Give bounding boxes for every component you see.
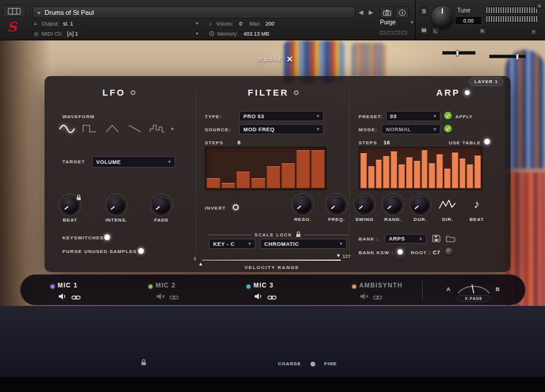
waveform-triangle-icon[interactable] — [104, 124, 120, 137]
tune-knob[interactable] — [432, 7, 453, 28]
resonance-knob[interactable] — [294, 196, 311, 213]
fade-knob[interactable] — [153, 197, 170, 213]
ambisynth-speaker-muted-icon[interactable] — [360, 292, 369, 302]
invert-toggle[interactable] — [233, 204, 239, 210]
step-bar[interactable] — [414, 161, 420, 188]
step-bar[interactable] — [467, 165, 473, 188]
step-bar[interactable] — [422, 150, 428, 188]
load-bank-folder-icon[interactable] — [446, 234, 455, 245]
mic1-speaker-icon[interactable] — [58, 292, 67, 302]
filter-source-dropdown[interactable]: MOD FREQ ▾ — [239, 124, 324, 134]
mic2-speaker-muted-icon[interactable] — [156, 292, 165, 302]
arp-preset-dropdown[interactable]: 03 ▾ — [386, 111, 441, 121]
mic2-label[interactable]: MIC 2 — [156, 282, 176, 289]
tools-icon[interactable] — [3, 5, 26, 17]
prev-instrument-button[interactable]: ◀ — [359, 9, 363, 15]
step-bar[interactable] — [406, 157, 413, 188]
slider-handle[interactable] — [516, 53, 519, 60]
waveform-sine-icon[interactable] — [59, 124, 75, 137]
mute-button[interactable]: M — [420, 26, 428, 34]
step-bar[interactable] — [376, 160, 382, 188]
filter-type-dropdown[interactable]: PRO 53 ▾ — [239, 111, 324, 121]
lfo-power-toggle[interactable] — [131, 90, 135, 95]
next-instrument-button[interactable]: ▶ — [369, 9, 373, 15]
step-bar[interactable] — [267, 166, 280, 188]
save-bank-icon[interactable] — [432, 234, 441, 245]
lfo-target-dropdown[interactable]: VOLUME ▾ — [92, 156, 175, 167]
mode-check-button[interactable]: ✓ — [444, 125, 452, 132]
step-bar[interactable] — [221, 183, 235, 188]
bank-ksw-toggle[interactable] — [398, 249, 403, 254]
root-value[interactable]: C7 — [433, 249, 441, 255]
waveform-dropdown-arrow[interactable]: ▾ — [171, 126, 174, 132]
step-bar[interactable] — [444, 169, 451, 189]
step-bar[interactable] — [391, 151, 397, 188]
midi-dropdown-arrow[interactable]: ▾ — [196, 31, 198, 36]
intensity-knob[interactable] — [108, 197, 125, 213]
step-bar[interactable] — [474, 156, 481, 188]
tune-value[interactable]: 0.00 — [455, 16, 482, 25]
step-bar[interactable] — [296, 150, 310, 188]
solo-button[interactable]: S — [420, 7, 428, 15]
output-dropdown-arrow[interactable]: ▾ — [196, 21, 198, 26]
swing-knob[interactable] — [356, 196, 373, 213]
add-button[interactable]: + — [530, 29, 537, 36]
output-value[interactable]: st. 1 — [63, 21, 73, 27]
ambisynth-link-icon[interactable] — [373, 292, 382, 303]
ambisynth-label[interactable]: AMBISYNTH — [359, 282, 403, 289]
close-window-button[interactable]: x — [536, 2, 543, 9]
bank-dropdown[interactable]: ARPS ▾ — [385, 234, 426, 244]
midi-value[interactable]: [A] 1 — [67, 31, 78, 37]
arp-steps-value[interactable]: 16 — [384, 140, 390, 146]
scale-type-dropdown[interactable]: CHROMATIC ▾ — [260, 239, 347, 249]
aux-slider-1[interactable] — [442, 51, 476, 55]
velocity-range-slider[interactable] — [201, 259, 341, 261]
step-bar[interactable] — [360, 153, 367, 188]
velocity-max-handle[interactable]: ▼ — [336, 254, 341, 258]
step-bar[interactable] — [281, 163, 295, 188]
duration-knob[interactable] — [412, 196, 429, 213]
step-bar[interactable] — [436, 154, 443, 188]
keyswitches-toggle[interactable] — [104, 235, 110, 240]
step-bar[interactable] — [452, 153, 458, 188]
mic2-link-icon[interactable] — [169, 292, 179, 303]
snapshot-camera-icon[interactable] — [380, 7, 394, 18]
mic3-label[interactable]: MIC 3 — [254, 282, 274, 289]
use-table-toggle[interactable] — [484, 139, 490, 144]
info-icon[interactable]: i — [395, 7, 409, 18]
arp-power-toggle[interactable] — [465, 90, 470, 95]
step-bar[interactable] — [311, 150, 325, 188]
mic1-label[interactable]: MIC 1 — [58, 282, 78, 289]
waveform-steps-icon[interactable] — [150, 124, 165, 137]
arp-mode-dropdown[interactable]: NORMAL ▾ — [382, 124, 441, 134]
filter-power-toggle[interactable] — [294, 90, 299, 95]
aux-slider-2[interactable] — [489, 55, 526, 58]
instrument-title-bar[interactable]: ▾ Drums of St Paul — [33, 7, 355, 18]
step-bar[interactable] — [236, 172, 250, 188]
step-bar[interactable] — [368, 166, 375, 188]
waveform-ramp-icon[interactable] — [127, 124, 142, 137]
purge-unused-samples-toggle[interactable] — [138, 248, 144, 254]
purge-dropdown[interactable]: Purge ▾ — [380, 19, 413, 26]
mic3-link-icon[interactable] — [267, 292, 277, 303]
lock-icon[interactable] — [141, 358, 147, 368]
step-bar[interactable] — [429, 163, 435, 188]
apply-check-button[interactable]: ✓ — [444, 112, 452, 119]
frequency-knob[interactable] — [328, 196, 345, 213]
step-bar[interactable] — [383, 156, 389, 188]
note-icon[interactable]: ♪ — [474, 196, 480, 213]
waveform-square-icon[interactable] — [82, 124, 97, 137]
direction-waveform-icon[interactable] — [439, 196, 457, 213]
root-set-knob[interactable] — [445, 248, 453, 255]
mic3-speaker-icon[interactable] — [254, 292, 263, 302]
velocity-min-handle[interactable]: ▲ — [198, 262, 203, 267]
step-bar[interactable] — [251, 178, 265, 188]
slider-handle[interactable] — [456, 50, 459, 56]
step-bar[interactable] — [207, 178, 220, 188]
mic1-link-icon[interactable] — [71, 292, 81, 303]
step-bar[interactable] — [398, 165, 405, 188]
beat-knob[interactable] — [62, 197, 78, 213]
random-knob[interactable] — [385, 196, 401, 213]
filter-steps-value[interactable]: 8 — [237, 140, 241, 146]
close-overlay-button[interactable]: CLOSE × — [259, 55, 293, 64]
